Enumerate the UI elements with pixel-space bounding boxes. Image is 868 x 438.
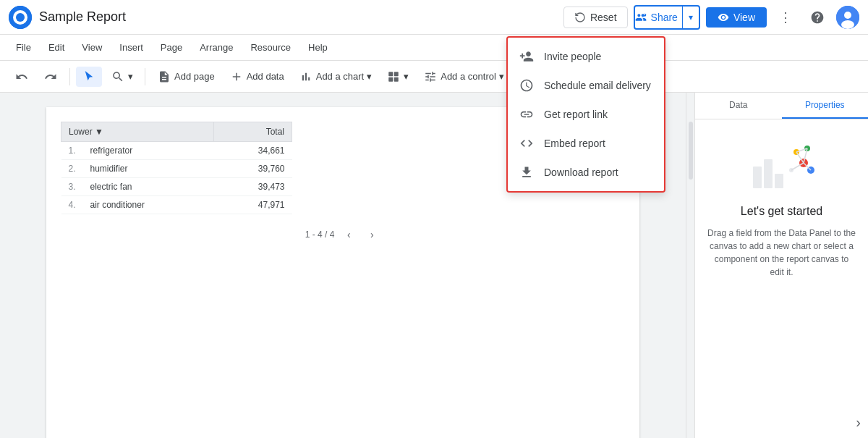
dropdown-link-label: Get report link (544, 109, 608, 120)
svg-rect-11 (753, 167, 762, 188)
row-3-name: electric fan (83, 178, 214, 196)
select-tool-button[interactable] (76, 67, 102, 87)
undo-button[interactable] (9, 67, 35, 87)
reset-button[interactable]: Reset (563, 7, 628, 28)
tab-data[interactable]: Data (695, 93, 782, 119)
pagination-label: 1 - 4 / 4 (305, 229, 335, 240)
component-caret: ▾ (404, 71, 409, 82)
tab-properties[interactable]: Properties (782, 93, 869, 119)
top-bar-actions: Reset Share ▾ View ⋮ (563, 4, 859, 30)
zoom-caret: ▾ (128, 71, 133, 82)
code-icon (519, 136, 534, 151)
menu-edit[interactable]: Edit (41, 39, 72, 56)
clock-icon (519, 78, 534, 93)
toolbar-divider-1 (69, 68, 70, 85)
table-row: 3. electric fan 39,473 (61, 178, 292, 196)
share-button-container[interactable]: Share ▾ (634, 5, 700, 30)
menu-view[interactable]: View (75, 39, 109, 56)
dropdown-link[interactable]: Get report link (508, 100, 664, 129)
menu-arrange[interactable]: Arrange (192, 39, 240, 56)
dropdown-schedule-label: Schedule email delivery (544, 80, 651, 91)
add-chart-button[interactable]: Add a chart ▾ (293, 67, 378, 87)
scrollbar-thumb (689, 122, 693, 180)
zoom-button[interactable]: ▾ (105, 67, 139, 87)
row-2-name: humidifier (83, 160, 214, 178)
view-label: View (733, 12, 755, 23)
add-chart-icon (299, 70, 313, 84)
dropdown-invite-label: Invite people (544, 51, 601, 62)
app-logo (9, 6, 32, 29)
add-data-button[interactable]: Add data (224, 67, 290, 87)
pagination-prev[interactable]: ‹ (340, 226, 357, 243)
svg-point-5 (844, 12, 851, 19)
menu-help[interactable]: Help (301, 39, 335, 56)
menu-file[interactable]: File (9, 39, 38, 56)
add-page-icon (157, 70, 171, 84)
table-row: 2. humidifier 39,760 (61, 160, 292, 178)
download-icon (519, 165, 534, 180)
add-control-button[interactable]: Add a control ▾ (417, 67, 510, 87)
table-row: 1. refrigerator 34,661 (61, 142, 292, 160)
control-caret: ▾ (499, 71, 504, 82)
row-4-name: air conditioner (83, 196, 214, 214)
zoom-icon (111, 70, 125, 84)
row-3-num: 3. (61, 178, 83, 196)
menu-insert[interactable]: Insert (112, 39, 150, 56)
share-button[interactable]: Share (635, 12, 678, 23)
add-component-button[interactable]: ▾ (380, 67, 414, 87)
more-options-button[interactable]: ⋮ (773, 4, 799, 30)
avatar[interactable] (836, 6, 859, 29)
report-title: Sample Report (39, 9, 563, 25)
svg-rect-8 (394, 72, 399, 76)
add-page-button[interactable]: Add page (151, 67, 221, 87)
toolbar-divider-2 (145, 68, 145, 85)
redo-button[interactable] (38, 67, 64, 87)
main-layout: Lower ▼ Total 1. refrigerator 34,661 2. … (0, 93, 868, 438)
table-row: 4. air conditioner 47,971 (61, 196, 292, 214)
view-button[interactable]: View (706, 7, 767, 28)
pagination: 1 - 4 / 4 ‹ › (61, 226, 625, 243)
right-panel: Data Properties (694, 93, 868, 438)
chart-illustration (742, 134, 822, 199)
add-chart-caret: ▾ (367, 71, 372, 82)
getting-started-title: Let's get started (741, 205, 822, 218)
menu-page[interactable]: Page (153, 39, 190, 56)
dropdown-embed[interactable]: Embed report (508, 129, 664, 158)
row-1-name: refrigerator (83, 142, 214, 160)
row-1-total: 34,661 (214, 142, 292, 160)
svg-point-2 (16, 13, 25, 22)
getting-started-desc: Drag a field from the Data Panel to the … (707, 227, 856, 279)
add-data-label: Add data (247, 71, 284, 82)
add-chart-label: Add a chart (316, 71, 365, 82)
row-3-total: 39,473 (214, 178, 292, 196)
dropdown-embed-label: Embed report (544, 138, 605, 149)
help-button[interactable] (804, 4, 830, 30)
menu-bar: File Edit View Insert Page Arrange Resou… (0, 35, 868, 61)
add-control-label: Add a control (441, 71, 496, 82)
svg-rect-7 (388, 72, 393, 76)
share-caret-button[interactable]: ▾ (682, 7, 699, 28)
link-icon (519, 107, 534, 122)
redo-icon (43, 70, 58, 84)
menu-resource[interactable]: Resource (243, 39, 298, 56)
expand-button[interactable]: › (856, 414, 861, 431)
share-dropdown-menu: Invite people Schedule email delivery Ge… (506, 36, 665, 193)
svg-rect-9 (388, 77, 393, 81)
reset-label: Reset (590, 12, 617, 23)
dropdown-invite[interactable]: Invite people (508, 42, 664, 71)
dropdown-download-label: Download report (544, 167, 618, 178)
toolbar: ▾ Add page Add data Add a chart ▾ ▾ Add … (0, 61, 868, 93)
svg-rect-12 (764, 159, 773, 188)
right-panel-tabs: Data Properties (695, 93, 868, 119)
row-4-total: 47,971 (214, 196, 292, 214)
top-bar: Sample Report Reset Share ▾ (0, 0, 868, 35)
pagination-next[interactable]: › (363, 226, 380, 243)
scrollbar-area[interactable] (686, 93, 694, 438)
table-header-lower: Lower ▼ (61, 122, 214, 142)
side-content: Let's get started Drag a field from the … (695, 119, 868, 438)
dropdown-schedule[interactable]: Schedule email delivery (508, 71, 664, 100)
person-add-icon (519, 49, 534, 64)
svg-rect-10 (394, 77, 399, 81)
undo-icon (14, 70, 29, 84)
dropdown-download[interactable]: Download report (508, 158, 664, 187)
